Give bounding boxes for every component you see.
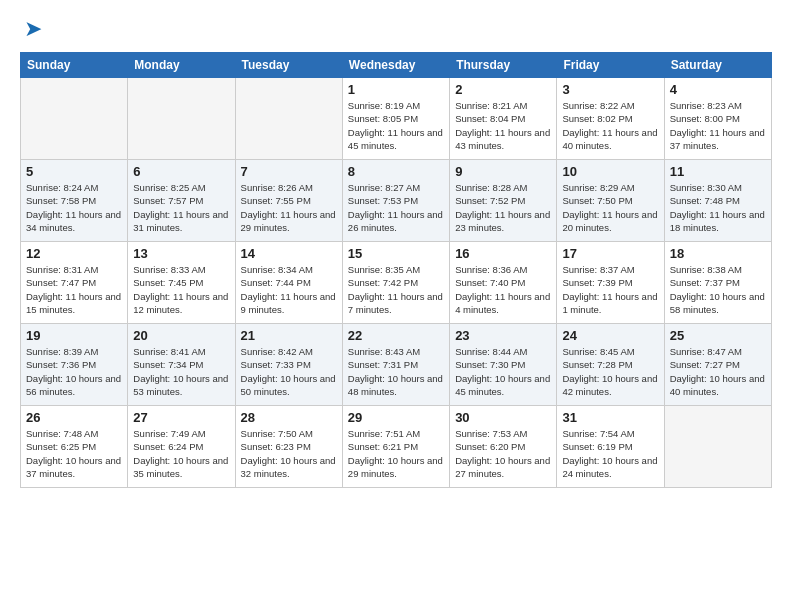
- calendar-cell: 11Sunrise: 8:30 AM Sunset: 7:48 PM Dayli…: [664, 160, 771, 242]
- day-number: 16: [455, 246, 551, 261]
- calendar-cell: 18Sunrise: 8:38 AM Sunset: 7:37 PM Dayli…: [664, 242, 771, 324]
- day-number: 9: [455, 164, 551, 179]
- day-info: Sunrise: 8:41 AM Sunset: 7:34 PM Dayligh…: [133, 345, 229, 398]
- calendar-cell: 13Sunrise: 8:33 AM Sunset: 7:45 PM Dayli…: [128, 242, 235, 324]
- day-info: Sunrise: 8:27 AM Sunset: 7:53 PM Dayligh…: [348, 181, 444, 234]
- weekday-header-sunday: Sunday: [21, 53, 128, 78]
- day-info: Sunrise: 8:44 AM Sunset: 7:30 PM Dayligh…: [455, 345, 551, 398]
- day-number: 3: [562, 82, 658, 97]
- day-number: 14: [241, 246, 337, 261]
- day-info: Sunrise: 8:37 AM Sunset: 7:39 PM Dayligh…: [562, 263, 658, 316]
- day-info: Sunrise: 8:28 AM Sunset: 7:52 PM Dayligh…: [455, 181, 551, 234]
- calendar-cell: 15Sunrise: 8:35 AM Sunset: 7:42 PM Dayli…: [342, 242, 449, 324]
- day-info: Sunrise: 8:19 AM Sunset: 8:05 PM Dayligh…: [348, 99, 444, 152]
- calendar-cell: [128, 78, 235, 160]
- day-info: Sunrise: 8:23 AM Sunset: 8:00 PM Dayligh…: [670, 99, 766, 152]
- day-info: Sunrise: 8:45 AM Sunset: 7:28 PM Dayligh…: [562, 345, 658, 398]
- calendar-week-row: 1Sunrise: 8:19 AM Sunset: 8:05 PM Daylig…: [21, 78, 772, 160]
- day-number: 13: [133, 246, 229, 261]
- calendar-cell: 20Sunrise: 8:41 AM Sunset: 7:34 PM Dayli…: [128, 324, 235, 406]
- day-number: 17: [562, 246, 658, 261]
- calendar-cell: 30Sunrise: 7:53 AM Sunset: 6:20 PM Dayli…: [450, 406, 557, 488]
- calendar-cell: 7Sunrise: 8:26 AM Sunset: 7:55 PM Daylig…: [235, 160, 342, 242]
- day-number: 23: [455, 328, 551, 343]
- day-number: 11: [670, 164, 766, 179]
- day-number: 2: [455, 82, 551, 97]
- calendar-cell: 3Sunrise: 8:22 AM Sunset: 8:02 PM Daylig…: [557, 78, 664, 160]
- calendar-cell: 14Sunrise: 8:34 AM Sunset: 7:44 PM Dayli…: [235, 242, 342, 324]
- calendar-cell: 8Sunrise: 8:27 AM Sunset: 7:53 PM Daylig…: [342, 160, 449, 242]
- day-info: Sunrise: 8:35 AM Sunset: 7:42 PM Dayligh…: [348, 263, 444, 316]
- calendar-cell: [21, 78, 128, 160]
- page: ➤ SundayMondayTuesdayWednesdayThursdayFr…: [0, 0, 792, 612]
- calendar-cell: 27Sunrise: 7:49 AM Sunset: 6:24 PM Dayli…: [128, 406, 235, 488]
- day-info: Sunrise: 8:22 AM Sunset: 8:02 PM Dayligh…: [562, 99, 658, 152]
- calendar-cell: 31Sunrise: 7:54 AM Sunset: 6:19 PM Dayli…: [557, 406, 664, 488]
- day-number: 21: [241, 328, 337, 343]
- calendar-week-row: 26Sunrise: 7:48 AM Sunset: 6:25 PM Dayli…: [21, 406, 772, 488]
- day-number: 6: [133, 164, 229, 179]
- day-info: Sunrise: 8:30 AM Sunset: 7:48 PM Dayligh…: [670, 181, 766, 234]
- calendar-cell: 22Sunrise: 8:43 AM Sunset: 7:31 PM Dayli…: [342, 324, 449, 406]
- weekday-header-tuesday: Tuesday: [235, 53, 342, 78]
- calendar-cell: 19Sunrise: 8:39 AM Sunset: 7:36 PM Dayli…: [21, 324, 128, 406]
- day-number: 22: [348, 328, 444, 343]
- calendar-cell: [664, 406, 771, 488]
- header: ➤: [20, 16, 772, 42]
- day-info: Sunrise: 8:26 AM Sunset: 7:55 PM Dayligh…: [241, 181, 337, 234]
- day-number: 31: [562, 410, 658, 425]
- calendar-cell: 17Sunrise: 8:37 AM Sunset: 7:39 PM Dayli…: [557, 242, 664, 324]
- weekday-header-thursday: Thursday: [450, 53, 557, 78]
- day-info: Sunrise: 8:43 AM Sunset: 7:31 PM Dayligh…: [348, 345, 444, 398]
- logo-bird-icon: ➤: [24, 16, 42, 42]
- day-info: Sunrise: 7:48 AM Sunset: 6:25 PM Dayligh…: [26, 427, 122, 480]
- day-info: Sunrise: 7:54 AM Sunset: 6:19 PM Dayligh…: [562, 427, 658, 480]
- day-info: Sunrise: 7:49 AM Sunset: 6:24 PM Dayligh…: [133, 427, 229, 480]
- calendar-cell: 12Sunrise: 8:31 AM Sunset: 7:47 PM Dayli…: [21, 242, 128, 324]
- calendar-cell: 10Sunrise: 8:29 AM Sunset: 7:50 PM Dayli…: [557, 160, 664, 242]
- day-number: 19: [26, 328, 122, 343]
- calendar: SundayMondayTuesdayWednesdayThursdayFrid…: [20, 52, 772, 488]
- day-info: Sunrise: 8:38 AM Sunset: 7:37 PM Dayligh…: [670, 263, 766, 316]
- calendar-week-row: 5Sunrise: 8:24 AM Sunset: 7:58 PM Daylig…: [21, 160, 772, 242]
- day-number: 30: [455, 410, 551, 425]
- day-number: 24: [562, 328, 658, 343]
- day-info: Sunrise: 8:21 AM Sunset: 8:04 PM Dayligh…: [455, 99, 551, 152]
- day-info: Sunrise: 8:36 AM Sunset: 7:40 PM Dayligh…: [455, 263, 551, 316]
- weekday-header-friday: Friday: [557, 53, 664, 78]
- calendar-week-row: 12Sunrise: 8:31 AM Sunset: 7:47 PM Dayli…: [21, 242, 772, 324]
- weekday-header-saturday: Saturday: [664, 53, 771, 78]
- day-info: Sunrise: 7:50 AM Sunset: 6:23 PM Dayligh…: [241, 427, 337, 480]
- calendar-cell: 1Sunrise: 8:19 AM Sunset: 8:05 PM Daylig…: [342, 78, 449, 160]
- day-info: Sunrise: 8:39 AM Sunset: 7:36 PM Dayligh…: [26, 345, 122, 398]
- day-info: Sunrise: 8:31 AM Sunset: 7:47 PM Dayligh…: [26, 263, 122, 316]
- day-number: 18: [670, 246, 766, 261]
- day-info: Sunrise: 8:47 AM Sunset: 7:27 PM Dayligh…: [670, 345, 766, 398]
- day-info: Sunrise: 7:53 AM Sunset: 6:20 PM Dayligh…: [455, 427, 551, 480]
- day-number: 12: [26, 246, 122, 261]
- day-number: 7: [241, 164, 337, 179]
- day-number: 10: [562, 164, 658, 179]
- calendar-week-row: 19Sunrise: 8:39 AM Sunset: 7:36 PM Dayli…: [21, 324, 772, 406]
- calendar-cell: 4Sunrise: 8:23 AM Sunset: 8:00 PM Daylig…: [664, 78, 771, 160]
- calendar-cell: 28Sunrise: 7:50 AM Sunset: 6:23 PM Dayli…: [235, 406, 342, 488]
- day-info: Sunrise: 7:51 AM Sunset: 6:21 PM Dayligh…: [348, 427, 444, 480]
- day-number: 15: [348, 246, 444, 261]
- day-number: 8: [348, 164, 444, 179]
- calendar-cell: 9Sunrise: 8:28 AM Sunset: 7:52 PM Daylig…: [450, 160, 557, 242]
- day-number: 4: [670, 82, 766, 97]
- calendar-cell: 23Sunrise: 8:44 AM Sunset: 7:30 PM Dayli…: [450, 324, 557, 406]
- weekday-header-wednesday: Wednesday: [342, 53, 449, 78]
- day-info: Sunrise: 8:24 AM Sunset: 7:58 PM Dayligh…: [26, 181, 122, 234]
- calendar-cell: 25Sunrise: 8:47 AM Sunset: 7:27 PM Dayli…: [664, 324, 771, 406]
- calendar-cell: 21Sunrise: 8:42 AM Sunset: 7:33 PM Dayli…: [235, 324, 342, 406]
- calendar-cell: [235, 78, 342, 160]
- calendar-cell: 29Sunrise: 7:51 AM Sunset: 6:21 PM Dayli…: [342, 406, 449, 488]
- calendar-cell: 2Sunrise: 8:21 AM Sunset: 8:04 PM Daylig…: [450, 78, 557, 160]
- day-info: Sunrise: 8:29 AM Sunset: 7:50 PM Dayligh…: [562, 181, 658, 234]
- day-number: 29: [348, 410, 444, 425]
- day-number: 20: [133, 328, 229, 343]
- calendar-cell: 16Sunrise: 8:36 AM Sunset: 7:40 PM Dayli…: [450, 242, 557, 324]
- day-number: 28: [241, 410, 337, 425]
- weekday-header-monday: Monday: [128, 53, 235, 78]
